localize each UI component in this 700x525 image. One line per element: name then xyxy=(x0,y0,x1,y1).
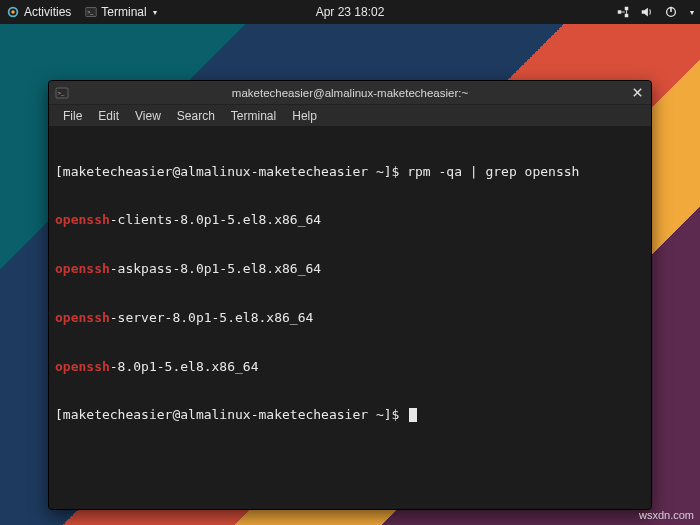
chevron-down-icon: ▾ xyxy=(153,8,157,17)
window-menu-icon[interactable]: >_ xyxy=(55,86,69,100)
svg-rect-4 xyxy=(618,10,622,14)
terminal-window: >_ maketecheasier@almalinux-maketecheasi… xyxy=(48,80,652,510)
menubar: File Edit View Search Terminal Help xyxy=(49,105,651,127)
output-text: -8.0p1-5.el8.x86_64 xyxy=(110,359,259,374)
activities-button[interactable]: Activities xyxy=(6,5,71,19)
terminal-output-line: openssh-askpass-8.0p1-5.el8.x86_64 xyxy=(55,261,645,277)
terminal-line: [maketecheasier@almalinux-maketecheasier… xyxy=(55,407,645,423)
menu-edit[interactable]: Edit xyxy=(90,109,127,123)
svg-text:>_: >_ xyxy=(88,9,94,15)
volume-icon[interactable] xyxy=(640,5,654,19)
top-bar: Activities >_ Terminal ▾ Apr 23 18:02 ▾ xyxy=(0,0,700,24)
clock[interactable]: Apr 23 18:02 xyxy=(316,5,385,19)
prompt: [maketecheasier@almalinux-maketecheasier… xyxy=(55,164,407,179)
menu-terminal[interactable]: Terminal xyxy=(223,109,284,123)
command-text: rpm -qa | grep openssh xyxy=(407,164,579,179)
svg-point-1 xyxy=(11,10,15,14)
grep-match: openssh xyxy=(55,212,110,227)
svg-text:>_: >_ xyxy=(58,90,66,96)
top-bar-right: ▾ xyxy=(616,5,694,19)
terminal-output-line: openssh-clients-8.0p1-5.el8.x86_64 xyxy=(55,212,645,228)
terminal-output-line: openssh-8.0p1-5.el8.x86_64 xyxy=(55,359,645,375)
app-menu[interactable]: >_ Terminal ▾ xyxy=(85,5,156,19)
activities-label: Activities xyxy=(24,5,71,19)
power-icon[interactable] xyxy=(664,5,678,19)
grep-match: openssh xyxy=(55,310,110,325)
terminal-output-line: openssh-server-8.0p1-5.el8.x86_64 xyxy=(55,310,645,326)
output-text: -server-8.0p1-5.el8.x86_64 xyxy=(110,310,314,325)
window-title: maketecheasier@almalinux-maketecheasier:… xyxy=(232,87,468,99)
close-button[interactable] xyxy=(627,84,647,102)
grep-match: openssh xyxy=(55,261,110,276)
prompt: [maketecheasier@almalinux-maketecheasier… xyxy=(55,407,407,422)
svg-rect-6 xyxy=(625,14,629,18)
network-icon[interactable] xyxy=(616,5,630,19)
output-text: -askpass-8.0p1-5.el8.x86_64 xyxy=(110,261,321,276)
menu-file[interactable]: File xyxy=(55,109,90,123)
terminal-app-icon: >_ xyxy=(85,6,97,18)
app-menu-label: Terminal xyxy=(101,5,146,19)
terminal-body[interactable]: [maketecheasier@almalinux-maketecheasier… xyxy=(49,127,651,509)
menu-view[interactable]: View xyxy=(127,109,169,123)
activities-icon xyxy=(6,5,20,19)
window-titlebar[interactable]: >_ maketecheasier@almalinux-maketecheasi… xyxy=(49,81,651,105)
output-text: -clients-8.0p1-5.el8.x86_64 xyxy=(110,212,321,227)
top-bar-left: Activities >_ Terminal ▾ xyxy=(6,5,157,19)
cursor xyxy=(409,408,417,422)
menu-search[interactable]: Search xyxy=(169,109,223,123)
terminal-line: [maketecheasier@almalinux-maketecheasier… xyxy=(55,164,645,180)
svg-rect-5 xyxy=(625,7,629,11)
watermark: wsxdn.com xyxy=(639,509,694,521)
system-menu-chevron-icon[interactable]: ▾ xyxy=(690,8,694,17)
grep-match: openssh xyxy=(55,359,110,374)
close-icon xyxy=(632,87,643,98)
menu-help[interactable]: Help xyxy=(284,109,325,123)
